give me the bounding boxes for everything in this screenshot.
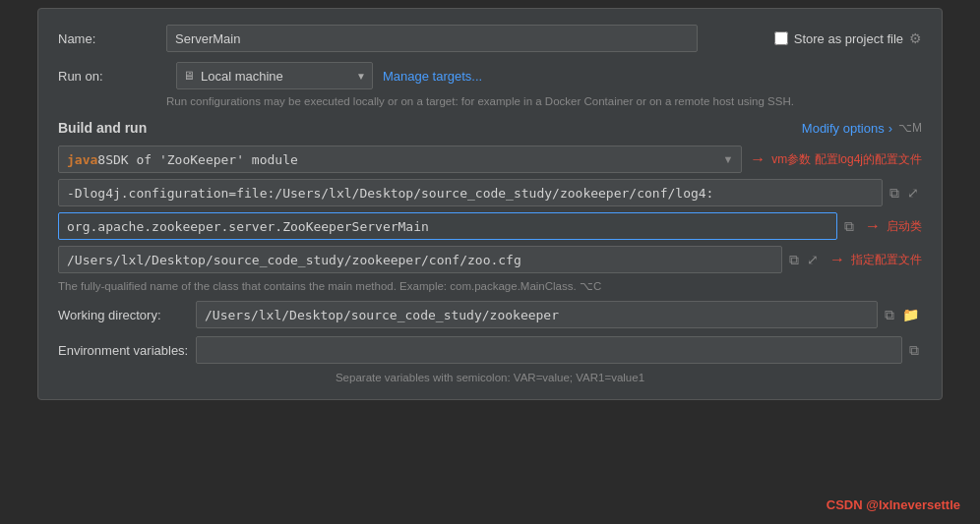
sdk-text: SDK of 'ZooKeeper' module xyxy=(105,152,298,167)
computer-icon: 🖥 xyxy=(183,69,195,83)
run-on-label: Run on: xyxy=(58,69,166,84)
modify-options-label: Modify options xyxy=(802,121,885,136)
config-arrow-icon: → xyxy=(829,251,845,268)
copy-vm-args-button[interactable]: ⧉ xyxy=(887,183,902,204)
gear-icon[interactable]: ⚙ xyxy=(909,30,922,46)
env-variables-input[interactable] xyxy=(196,336,902,364)
modify-options-button[interactable]: Modify options › ⌥M xyxy=(802,121,922,136)
sdk-dropdown-arrow: ▼ xyxy=(722,153,733,165)
store-as-project-file-checkbox[interactable]: Store as project file xyxy=(774,31,903,46)
store-as-project-file-label: Store as project file xyxy=(794,31,903,46)
vm-args-input[interactable] xyxy=(58,179,883,206)
modify-options-shortcut: ⌥M xyxy=(898,121,922,135)
working-directory-input[interactable] xyxy=(196,301,878,328)
local-machine-text: Local machine xyxy=(201,69,350,84)
arrow-right-icon: → xyxy=(750,150,766,168)
store-checkbox-input[interactable] xyxy=(774,31,788,45)
chevron-down-icon: › xyxy=(888,121,892,136)
manage-targets-link[interactable]: Manage targets... xyxy=(383,69,482,84)
browse-working-dir-button[interactable]: 📁 xyxy=(899,305,922,324)
run-on-dropdown[interactable]: 🖥 Local machine ▼ xyxy=(176,62,373,89)
config-annotation-text: 指定配置文件 xyxy=(851,252,922,268)
env-variables-label: Environment variables: xyxy=(58,343,196,358)
java-sdk-field[interactable]: java 8 SDK of 'ZooKeeper' module ▼ xyxy=(58,146,742,173)
main-class-annotation-container: → 启动类 xyxy=(865,217,922,235)
fully-qualified-hint: The fully-qualified name of the class th… xyxy=(58,279,922,293)
config-annotation-container: → 指定配置文件 xyxy=(829,251,922,268)
main-class-input[interactable] xyxy=(58,212,837,240)
env-variables-hint: Separate variables with semicolon: VAR=v… xyxy=(58,372,922,383)
dropdown-arrow-icon: ▼ xyxy=(356,71,366,82)
working-directory-label: Working directory: xyxy=(58,308,196,322)
java-version: 8 xyxy=(97,152,105,167)
run-on-hint: Run configurations may be executed local… xyxy=(166,93,922,110)
name-label: Name: xyxy=(58,31,166,46)
copy-env-button[interactable]: ⧉ xyxy=(906,340,922,361)
config-path-input[interactable] xyxy=(58,246,782,273)
watermark: CSDN @lxlneversettle xyxy=(827,497,960,512)
vm-annotation-container: → vm参数 配置log4j的配置文件 xyxy=(750,150,922,168)
java-keyword: java xyxy=(67,152,97,167)
main-class-arrow-icon: → xyxy=(865,217,881,235)
copy-main-class-button[interactable]: ⧉ xyxy=(841,216,857,237)
vm-annotation-text: vm参数 配置log4j的配置文件 xyxy=(771,151,922,168)
copy-config-button[interactable]: ⧉ xyxy=(786,250,802,270)
main-class-annotation-text: 启动类 xyxy=(887,218,922,235)
expand-vm-args-button[interactable]: ⤢ xyxy=(904,183,922,203)
name-input[interactable] xyxy=(166,25,698,52)
expand-config-button[interactable]: ⤢ xyxy=(804,250,822,269)
copy-working-dir-button[interactable]: ⧉ xyxy=(882,305,897,325)
build-and-run-title: Build and run xyxy=(58,120,147,136)
